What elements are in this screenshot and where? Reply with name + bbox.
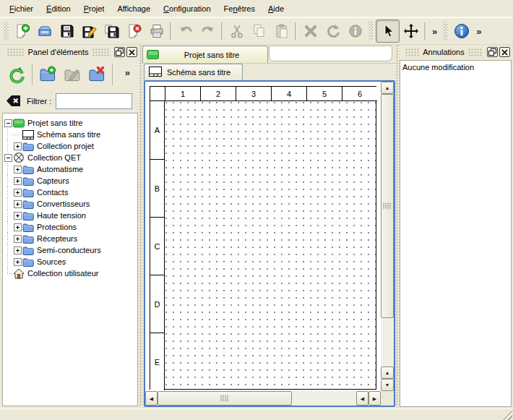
collapse-icon[interactable] bbox=[4, 154, 12, 162]
dock-handle-texture[interactable] bbox=[468, 48, 482, 56]
clear-filter-button[interactable] bbox=[6, 95, 21, 108]
menu-projet[interactable]: Projet bbox=[77, 1, 111, 16]
toolbar-overflow-button[interactable]: » bbox=[473, 26, 485, 37]
copy-button[interactable] bbox=[248, 20, 270, 42]
toolbar-drag-handle[interactable] bbox=[4, 22, 9, 40]
dock-handle-texture[interactable] bbox=[92, 48, 109, 56]
menu-configuration[interactable]: Configuration bbox=[157, 1, 217, 16]
close-dock-icon[interactable] bbox=[499, 47, 510, 57]
pointer-button[interactable] bbox=[376, 20, 400, 43]
close-dock-icon[interactable] bbox=[126, 47, 137, 57]
tree-guide bbox=[3, 187, 12, 198]
folder-icon bbox=[22, 187, 35, 198]
scroll-up-button[interactable]: ▲ bbox=[381, 82, 394, 94]
tree-item-convertisseurs[interactable]: Convertisseurs bbox=[3, 198, 137, 210]
close-project-button[interactable] bbox=[123, 20, 145, 42]
move-button[interactable] bbox=[400, 20, 422, 42]
scroll-up-button-2[interactable]: ▲ bbox=[381, 367, 394, 379]
dock-handle-texture[interactable] bbox=[7, 48, 24, 56]
expand-icon[interactable] bbox=[14, 235, 22, 243]
expand-icon[interactable] bbox=[14, 142, 22, 150]
expand-icon[interactable] bbox=[14, 166, 22, 173]
float-dock-icon[interactable] bbox=[487, 47, 498, 57]
elements-panel: Panel d'éléments » Filtrer : Projet sans… bbox=[1, 45, 139, 407]
delete-button[interactable] bbox=[299, 20, 322, 42]
undo-list-item[interactable]: Aucune modification bbox=[400, 61, 511, 73]
float-dock-icon[interactable] bbox=[114, 47, 125, 57]
resize-grip[interactable] bbox=[503, 411, 512, 420]
project-icon bbox=[146, 49, 159, 61]
save-all-button[interactable] bbox=[100, 20, 123, 42]
toolbar-drag-handle[interactable] bbox=[443, 22, 448, 40]
expand-icon[interactable] bbox=[14, 212, 22, 220]
tree-item-label: Protections bbox=[35, 223, 77, 231]
scroll-right-button[interactable]: ▶ bbox=[368, 391, 381, 406]
menu-affichage[interactable]: Affichage bbox=[111, 1, 157, 16]
rotate-button[interactable] bbox=[322, 20, 344, 42]
toolbar-overflow-button[interactable]: » bbox=[428, 26, 441, 37]
undo-history-list[interactable]: Aucune modification bbox=[400, 60, 512, 407]
expand-icon[interactable] bbox=[14, 258, 22, 266]
cut-button[interactable] bbox=[225, 20, 248, 42]
menu-fenetres[interactable]: Fenêtres bbox=[217, 1, 262, 16]
expand-icon[interactable] bbox=[14, 223, 22, 231]
folder-icon bbox=[22, 175, 35, 187]
vertical-scrollbar[interactable]: ▲ ▲ ▼ bbox=[381, 82, 394, 391]
menu-edition[interactable]: Édition bbox=[40, 1, 77, 16]
save-as-button[interactable] bbox=[78, 20, 100, 42]
panel-toolbar-separator bbox=[112, 64, 113, 85]
delete-category-button[interactable] bbox=[85, 62, 109, 87]
new-document-button[interactable] bbox=[11, 20, 33, 42]
expand-icon[interactable] bbox=[14, 189, 22, 197]
tree-item-sources[interactable]: Sources bbox=[3, 256, 137, 267]
tree-item-projet-sans-titre[interactable]: Projet sans titre bbox=[3, 117, 137, 129]
tree-item-protections[interactable]: Protections bbox=[3, 221, 137, 233]
tab-projet-sans-titre[interactable]: Projet sans titre bbox=[142, 46, 268, 63]
redo-button[interactable] bbox=[197, 20, 219, 42]
tree-item-collection-utilisateur[interactable]: Collection utilisateur bbox=[3, 267, 137, 279]
about-button[interactable] bbox=[450, 20, 473, 42]
print-button[interactable] bbox=[145, 20, 168, 42]
scroll-down-button[interactable]: ▼ bbox=[381, 379, 394, 391]
info-gray-button[interactable] bbox=[344, 20, 366, 42]
tree-item-contacts[interactable]: Contacts bbox=[3, 187, 137, 198]
dock-handle-texture[interactable] bbox=[405, 48, 419, 56]
panel-toolbar-overflow-button[interactable]: » bbox=[121, 67, 134, 78]
expand-icon[interactable] bbox=[14, 247, 22, 254]
tree-item-automatisme[interactable]: Automatisme bbox=[3, 163, 137, 175]
tree-item-capteurs[interactable]: Capteurs bbox=[3, 175, 137, 187]
tab-schema-sans-titre[interactable]: Schéma sans titre bbox=[144, 64, 243, 80]
schema-view[interactable]: 123456 ABCDE ▲ ▲ ▼ ◀ ◀ ▶ bbox=[144, 80, 395, 407]
horizontal-scrollbar[interactable]: ◀ ◀ ▶ bbox=[145, 391, 381, 406]
horizontal-scroll-thumb[interactable] bbox=[158, 391, 292, 406]
menu-fichier[interactable]: Fichier bbox=[3, 1, 40, 16]
tree-guide bbox=[12, 233, 22, 244]
filter-row: Filtrer : bbox=[1, 90, 139, 113]
tree-item-collection-qet[interactable]: Collection QET bbox=[3, 152, 137, 163]
paste-button[interactable] bbox=[270, 20, 293, 42]
annulations-panel: Annulations Aucune modification bbox=[400, 45, 512, 407]
tree-item-schema-sans-titre[interactable]: Schéma sans titre bbox=[3, 129, 137, 140]
save-button[interactable] bbox=[56, 20, 78, 42]
tree-item-haute-tension[interactable]: Haute tension bbox=[3, 210, 137, 221]
toolbar-drag-handle[interactable] bbox=[368, 22, 374, 40]
tree-item-recepteurs[interactable]: Récepteurs bbox=[3, 233, 137, 244]
expand-icon[interactable] bbox=[14, 200, 22, 208]
vertical-scroll-thumb[interactable] bbox=[381, 94, 394, 318]
scroll-left-button-2[interactable]: ◀ bbox=[356, 391, 368, 406]
schema-scene[interactable]: 123456 ABCDE bbox=[145, 82, 381, 391]
open-project-button[interactable] bbox=[33, 20, 56, 42]
scroll-left-button[interactable]: ◀ bbox=[145, 391, 158, 406]
undo-button[interactable] bbox=[174, 20, 197, 42]
edit-category-icon bbox=[63, 65, 82, 84]
filter-input[interactable] bbox=[56, 93, 132, 109]
new-category-button[interactable] bbox=[35, 62, 60, 87]
menu-aide[interactable]: Aide bbox=[262, 1, 290, 16]
expand-icon[interactable] bbox=[14, 177, 22, 185]
column-header-5: 5 bbox=[306, 87, 342, 101]
collapse-icon[interactable] bbox=[4, 119, 12, 127]
tree-item-collection-projet[interactable]: Collection projet bbox=[3, 140, 137, 152]
reload-collections-button[interactable] bbox=[4, 62, 29, 87]
edit-category-button[interactable] bbox=[60, 62, 85, 87]
tree-item-semi-conducteurs[interactable]: Semi-conducteurs bbox=[3, 244, 137, 256]
